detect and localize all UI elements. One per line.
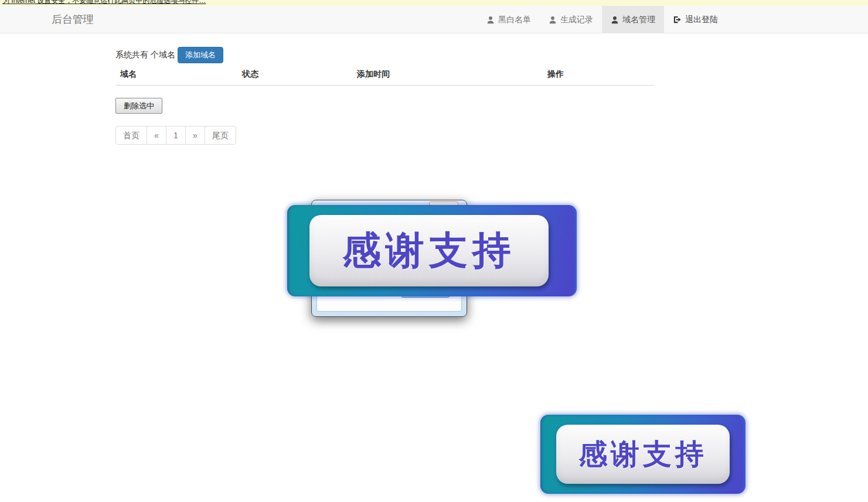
add-domain-button[interactable]: 添加域名	[178, 47, 223, 63]
thanks-banner-pill: 感谢支持	[556, 425, 730, 484]
nav-item-label: 退出登陆	[685, 15, 718, 25]
column-header-domain: 域名	[115, 69, 237, 80]
pagination-page-1[interactable]: 1	[166, 126, 186, 145]
page: 为 Internet 设置安全，不要随意运行此网页中的危险选项与控件… 后台管理…	[0, 0, 868, 502]
domain-summary-row: 系统共有 个域名 添加域名	[115, 47, 223, 63]
thanks-banner-text: 感谢支持	[578, 435, 707, 474]
domain-table-header: 域名 状态 添加时间 操作	[115, 69, 653, 86]
navbar: 后台管理 黑白名单 生成记录 域名管理 退出登陆	[0, 6, 868, 33]
column-header-added-time: 添加时间	[352, 69, 543, 80]
nav-item-logout[interactable]: 退出登陆	[664, 6, 727, 33]
browser-notice-bar: 为 Internet 设置安全，不要随意运行此网页中的危险选项与控件…	[0, 0, 868, 6]
pagination-last[interactable]: 尾页	[205, 126, 236, 145]
user-icon	[611, 16, 619, 24]
delete-selected-button[interactable]: 删除选中	[115, 98, 162, 114]
pagination-prev[interactable]: «	[147, 126, 166, 145]
thanks-banner-small: 感谢支持	[540, 415, 746, 494]
user-icon	[486, 16, 495, 24]
clipped-notice-text: 为 Internet 设置安全，不要随意运行此网页中的危险选项与控件…	[2, 0, 868, 6]
pagination: 首页 « 1 » 尾页	[115, 126, 236, 145]
thanks-banner-pill: 感谢支持	[309, 215, 549, 286]
brand-title[interactable]: 后台管理	[52, 6, 94, 33]
nav-item-label: 域名管理	[622, 15, 655, 25]
column-header-status: 状态	[237, 69, 352, 80]
nav-item-blackwhite-list[interactable]: 黑白名单	[478, 6, 540, 33]
thanks-banner-text: 感谢支持	[342, 224, 516, 277]
column-header-actions: 操作	[543, 69, 653, 80]
domain-count-text: 系统共有 个域名	[115, 50, 175, 60]
nav-item-generation-records[interactable]: 生成记录	[540, 6, 602, 33]
pagination-first[interactable]: 首页	[115, 126, 147, 145]
nav-item-label: 生成记录	[560, 15, 593, 25]
nav-item-domain-management[interactable]: 域名管理	[602, 6, 664, 33]
user-icon	[549, 16, 557, 24]
nav-menu: 黑白名单 生成记录 域名管理 退出登陆	[478, 6, 727, 33]
logout-icon	[673, 15, 682, 24]
nav-item-label: 黑白名单	[498, 15, 531, 25]
thanks-banner-large: 感谢支持	[287, 205, 577, 296]
pagination-next[interactable]: »	[185, 126, 205, 145]
